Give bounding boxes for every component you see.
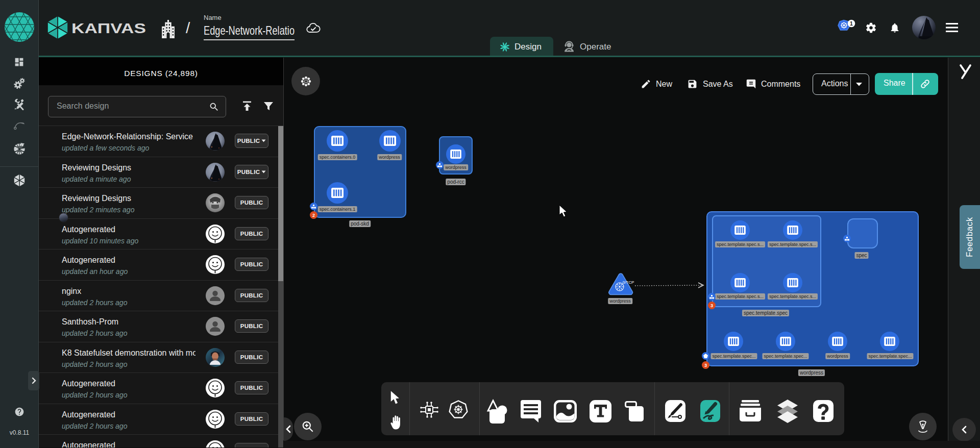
svg-text:Edge-Network-Relatio: Edge-Network-Relatio xyxy=(204,23,295,37)
svg-text:1: 1 xyxy=(850,20,853,27)
svg-text:KAΠVAS: KAΠVAS xyxy=(71,20,146,36)
